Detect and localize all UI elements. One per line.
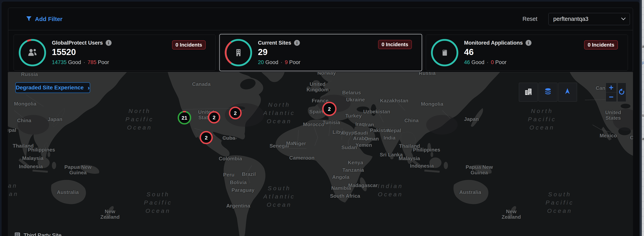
card-monitored-applications[interactable]: Monitored Applications i 46 46 Good·0 Po… [426,34,628,70]
degraded-site-experience-label: Degraded Site Experience [16,84,84,91]
map-country-label: Russia [419,72,436,76]
map-country-label: Cameroon [289,155,315,160]
filter-bar-right: Reset perftenantqa3 [522,13,633,25]
map-country-label: India [384,135,396,140]
tenant-selector[interactable]: perftenantqa3 [548,13,630,25]
card-text-block: Current Sites i 29 20 Good·9 Poor [258,40,300,66]
add-filter-button[interactable]: Add Filter [26,16,62,22]
poor-count: 9 [285,59,288,65]
good-count: 14735 [52,59,66,65]
poor-label: Poor [289,59,300,65]
navigation-arrow-icon [564,88,572,97]
poor-count: 785 [88,59,96,65]
reset-view-button[interactable] [618,83,626,102]
site-cluster-marker-poor[interactable]: 2 [208,111,220,124]
summary-cards-row: GlobalProtect Users i 15520 14735 Good·7… [8,30,633,72]
info-icon[interactable]: i [106,40,112,46]
undo-arrow-icon [618,88,626,96]
incidents-badge[interactable]: 0 Incidents [378,40,412,49]
data-layers-button[interactable] [538,83,558,102]
map-country-label: Australia [57,190,78,195]
map-country-label: Australia [459,190,481,195]
separator: · [281,59,282,65]
good-label: Good [265,59,278,65]
map-country-label: New Zealand [100,209,120,220]
map-country-label: Indonesia [19,164,42,169]
map-country-label: Kenya [348,160,363,165]
svg-text:2: 2 [213,114,216,120]
site-cluster-marker-poor[interactable]: 2 [199,131,213,145]
map-ocean-label: North Atlantic Ocean [263,100,295,125]
map-country-label: Mexico [600,133,617,138]
map-country-label: Colombia [219,156,242,161]
card-stats: 14735 Good·785 Poor [52,59,112,66]
map-ocean-label: North Pacific Ocean [528,107,556,132]
incidents-badge[interactable]: 0 Incidents [172,40,206,50]
zoom-in-button[interactable]: + [606,83,616,92]
third-party-site-icon [15,232,20,236]
svg-text:21: 21 [182,115,187,121]
navigate-button[interactable] [558,83,577,102]
layers-database-icon [544,88,552,97]
map-country-label: Tunisia [322,120,340,125]
map-country-label: Norway [318,72,336,76]
zoom-out-button[interactable]: − [606,92,616,102]
site-cluster-marker-poor[interactable]: 2 [322,102,337,117]
separator: · [84,59,85,65]
sites-layer-button[interactable] [519,83,538,102]
map-country-label: Uzbekistan [363,109,390,114]
map-country-label: Canada [192,81,210,87]
map-country-label: United States [605,110,621,121]
info-icon[interactable]: i [526,40,532,46]
card-stats: 46 Good·0 Poor [464,59,532,66]
map-country-label: Peru [223,172,234,178]
map-country-label: Malaysia [399,156,420,161]
application-icon [430,38,460,68]
svg-text:2: 2 [205,135,208,141]
map-country-label: Tanzania [342,167,364,173]
map-country-label: Russia [21,72,38,77]
site-cluster-marker-poor[interactable]: 2 [228,106,242,120]
map-country-label: Spain [309,109,323,114]
map-country-label: Morocco [303,122,324,127]
good-count: 46 [464,59,470,65]
card-globalprotect-users[interactable]: GlobalProtect Users i 15520 14735 Good·7… [14,34,216,70]
map-country-label: Philippines [413,147,440,152]
svg-text:2: 2 [234,110,237,116]
map-country-label: Ukraine [346,97,365,102]
reset-button[interactable]: Reset [522,16,537,22]
degraded-site-experience-button[interactable]: Degraded Site Experience › [15,82,90,93]
add-filter-label: Add Filter [35,16,62,22]
third-party-site-label: Third Party Site [24,232,62,236]
good-label: Good [68,59,81,65]
filter-bar: Add Filter Reset perftenantqa3 [8,8,633,30]
map-country-label: Papua New Guinea [466,164,493,175]
background-window-text-fragment: u [642,113,644,118]
sites-health-ring [224,38,253,68]
card-title: GlobalProtect Users [52,40,103,46]
map-country-label: China [17,118,31,123]
map-ocean-label: Indian Ocean [378,182,403,198]
good-label: Good [471,59,484,65]
incidents-badge[interactable]: 0 Incidents [584,40,618,50]
map-legend-third-party-site: Third Party Site [15,232,62,236]
map-country-label: Papua New Guinea [64,164,92,175]
map-country-label: Paraguay [231,187,254,193]
map-ocean-label: South Atlantic Ocean [263,184,295,209]
map-country-label: Nepal [8,127,16,133]
filter-and-summary-container: Add Filter Reset perftenantqa3 [8,8,633,72]
map-country-label: Madagascar [348,182,378,188]
poor-label: Poor [495,59,506,65]
info-icon[interactable]: i [294,40,300,46]
card-current-sites[interactable]: Current Sites i 29 20 Good·9 Poor 0 Inci… [220,34,422,71]
map-country-label: Yemen [356,142,372,148]
chevron-down-icon [621,16,626,20]
good-count: 20 [258,59,264,65]
map-country-label: Iran [364,122,374,127]
map-country-label: South Africa [330,193,360,199]
site-cluster-marker-good[interactable]: 21 [177,111,192,126]
map-country-label: Oman [364,136,379,142]
world-map[interactable]: RussiaMongoliaChinaJapanNepalThailandPhi… [8,72,633,236]
map-country-label: Iraq [355,121,365,127]
map-country-label: Japan [464,116,479,122]
